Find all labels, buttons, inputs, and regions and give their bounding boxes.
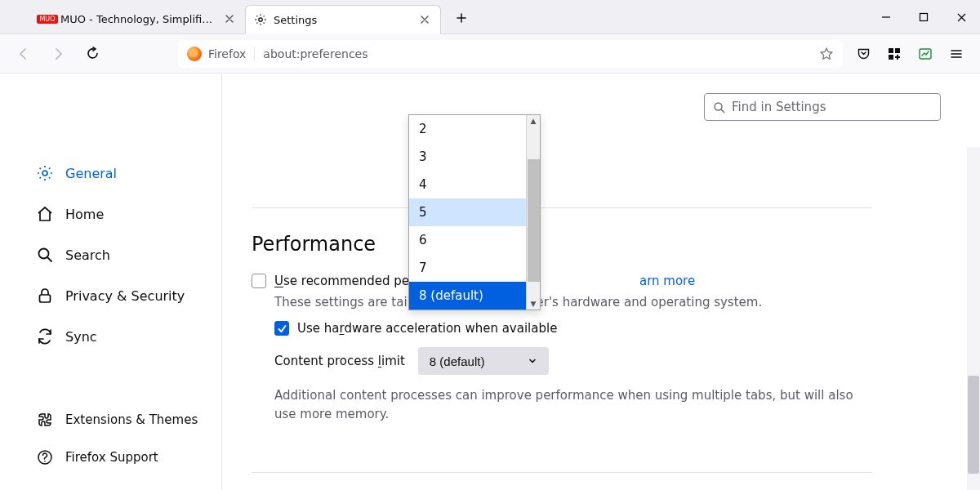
minimize-button[interactable] bbox=[867, 0, 905, 34]
svg-point-6 bbox=[42, 171, 47, 176]
sidebar-item-label: Privacy & Security bbox=[65, 288, 185, 304]
reload-button[interactable] bbox=[78, 40, 106, 68]
close-window-button[interactable] bbox=[942, 0, 980, 34]
settings-content: Find in Settings Performance Use recomme… bbox=[222, 74, 980, 490]
settings-sidebar: General Home Search Privacy & Security S… bbox=[0, 74, 222, 490]
dropdown-option[interactable]: 2 bbox=[409, 115, 526, 143]
containers-button[interactable] bbox=[880, 40, 908, 68]
checkbox-hw-accel[interactable] bbox=[274, 321, 289, 336]
dropdown-option[interactable]: 3 bbox=[409, 143, 526, 171]
puzzle-icon bbox=[36, 411, 54, 429]
sidebar-item-home[interactable]: Home bbox=[36, 196, 221, 232]
pocket-button[interactable] bbox=[849, 40, 877, 68]
lock-icon bbox=[36, 287, 54, 305]
close-tab-icon[interactable] bbox=[417, 12, 432, 27]
scroll-down-arrow[interactable]: ▼ bbox=[531, 300, 537, 308]
sidebar-item-label: Firefox Support bbox=[65, 450, 158, 465]
svg-point-10 bbox=[44, 461, 46, 462]
window-controls bbox=[867, 0, 980, 34]
sidebar-item-privacy[interactable]: Privacy & Security bbox=[36, 278, 221, 314]
checkbox-recommended[interactable] bbox=[252, 274, 266, 288]
sidebar-item-support[interactable]: Firefox Support bbox=[36, 441, 221, 474]
gear-icon bbox=[254, 13, 267, 26]
maximize-button[interactable] bbox=[905, 0, 942, 34]
home-icon bbox=[36, 205, 54, 223]
content-limit-dropdown: 2345678 (default) ▲ ▼ bbox=[408, 114, 541, 310]
new-tab-button[interactable] bbox=[448, 4, 475, 32]
svg-point-0 bbox=[259, 18, 262, 21]
dropdown-option[interactable]: 4 bbox=[409, 171, 526, 198]
svg-rect-1 bbox=[920, 14, 928, 21]
sidebar-item-label: Home bbox=[65, 207, 104, 222]
sidebar-item-sync[interactable]: Sync bbox=[36, 318, 221, 354]
hw-accel-row[interactable]: Use hardware acceleration when available bbox=[274, 321, 872, 336]
identity-label: Firefox bbox=[208, 47, 246, 60]
section-divider bbox=[252, 472, 872, 473]
url-text: about:preferences bbox=[263, 47, 368, 60]
nav-toolbar: Firefox about:preferences bbox=[0, 34, 980, 74]
content-limit-select[interactable]: 8 (default) bbox=[418, 347, 549, 375]
dropdown-option[interactable]: 7 bbox=[409, 254, 526, 282]
forward-button[interactable] bbox=[44, 40, 72, 68]
sidebar-item-label: Sync bbox=[65, 329, 97, 345]
sync-icon bbox=[36, 327, 54, 345]
dropdown-scrollbar[interactable]: ▲ ▼ bbox=[526, 115, 540, 310]
firefox-icon bbox=[187, 47, 202, 61]
screenshot-button[interactable] bbox=[911, 40, 939, 68]
dropdown-option[interactable]: 8 (default) bbox=[409, 282, 526, 310]
select-value: 8 (default) bbox=[430, 354, 485, 368]
scroll-up-arrow[interactable]: ▲ bbox=[531, 117, 537, 125]
hw-accel-label: Use hardware acceleration when available bbox=[297, 321, 557, 336]
tab-title: MUO - Technology, Simplified. bbox=[60, 13, 216, 25]
tailored-desc: These settings are tailored to your comp… bbox=[274, 295, 872, 310]
content-limit-label: Content process limit bbox=[274, 354, 405, 368]
svg-rect-3 bbox=[895, 48, 900, 53]
content-limit-note: Additional content processes can improve… bbox=[274, 386, 862, 423]
svg-rect-2 bbox=[889, 48, 893, 53]
help-icon bbox=[36, 448, 54, 466]
recommended-settings-row[interactable]: Use recommended performance settings arn… bbox=[252, 274, 872, 288]
scroll-thumb[interactable] bbox=[528, 159, 540, 282]
close-tab-icon[interactable] bbox=[222, 11, 237, 26]
tab-title: Settings bbox=[274, 14, 411, 26]
titlebar: MUO MUO - Technology, Simplified. Settin… bbox=[0, 0, 980, 34]
app-menu-button[interactable] bbox=[942, 40, 970, 68]
tab-strip: MUO MUO - Technology, Simplified. Settin… bbox=[33, 0, 475, 33]
search-icon bbox=[713, 101, 725, 114]
sidebar-item-extensions[interactable]: Extensions & Themes bbox=[36, 403, 221, 436]
search-placeholder: Find in Settings bbox=[732, 100, 826, 114]
chevron-down-icon bbox=[528, 356, 537, 366]
tab-settings[interactable]: Settings bbox=[245, 5, 441, 34]
gear-icon bbox=[36, 164, 54, 182]
search-icon bbox=[36, 246, 54, 264]
tab-muo[interactable]: MUO MUO - Technology, Simplified. bbox=[33, 4, 245, 33]
sidebar-item-label: General bbox=[65, 166, 117, 181]
sidebar-item-search[interactable]: Search bbox=[36, 237, 221, 273]
muo-favicon: MUO bbox=[41, 12, 54, 25]
svg-rect-4 bbox=[889, 55, 893, 60]
svg-rect-8 bbox=[40, 295, 51, 302]
dropdown-option[interactable]: 6 bbox=[409, 226, 526, 254]
performance-section: Performance Use recommended performance … bbox=[252, 207, 872, 473]
url-bar[interactable]: Firefox about:preferences bbox=[178, 40, 843, 68]
sidebar-item-general[interactable]: General bbox=[36, 155, 221, 191]
learn-more-link[interactable]: arn more bbox=[639, 274, 695, 288]
sidebar-item-label: Extensions & Themes bbox=[65, 412, 198, 427]
back-button[interactable] bbox=[10, 40, 38, 68]
identity-box[interactable]: Firefox bbox=[187, 47, 255, 61]
sidebar-item-label: Search bbox=[65, 247, 110, 263]
section-heading: Performance bbox=[252, 233, 872, 256]
find-in-settings[interactable]: Find in Settings bbox=[704, 93, 941, 121]
page-scrollbar[interactable] bbox=[967, 147, 980, 490]
dropdown-option[interactable]: 5 bbox=[409, 198, 526, 226]
bookmark-star-icon[interactable] bbox=[819, 47, 834, 61]
scroll-thumb[interactable] bbox=[968, 376, 979, 474]
